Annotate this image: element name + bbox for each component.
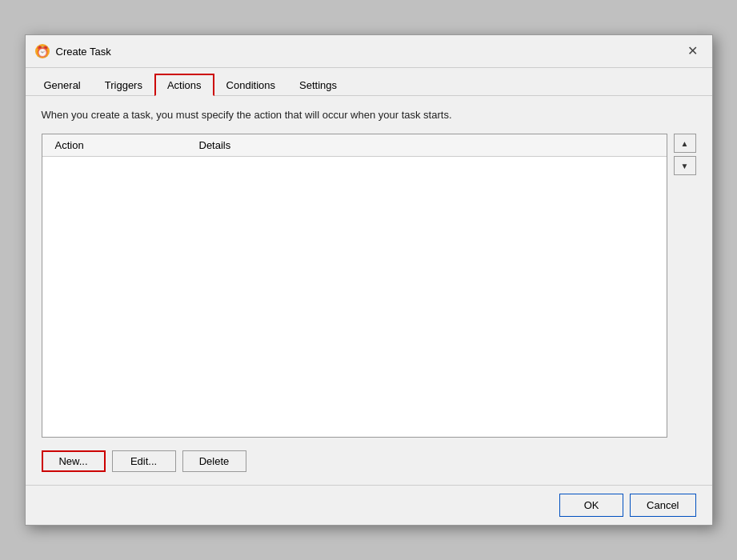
tab-settings[interactable]: Settings	[287, 74, 349, 96]
tab-actions[interactable]: Actions	[154, 74, 214, 96]
tab-conditions[interactable]: Conditions	[214, 74, 287, 96]
create-task-dialog: ⏰ Create Task ✕ General Triggers Actions…	[25, 34, 713, 526]
dialog-body: When you create a task, you must specify…	[26, 96, 712, 485]
dialog-title: Create Task	[56, 46, 111, 58]
new-button[interactable]: New...	[42, 450, 106, 472]
move-up-button[interactable]: ▲	[674, 134, 696, 153]
tabs-bar: General Triggers Actions Conditions Sett…	[26, 68, 712, 96]
action-buttons-row: New... Edit... Delete	[42, 450, 696, 472]
description-text: When you create a task, you must specify…	[42, 109, 696, 121]
dialog-footer: OK Cancel	[26, 485, 712, 525]
edit-button[interactable]: Edit...	[112, 450, 176, 472]
cancel-button[interactable]: Cancel	[630, 494, 695, 517]
close-button[interactable]: ✕	[683, 42, 703, 61]
title-bar-left: ⏰ Create Task	[35, 44, 111, 58]
table-area-wrapper: Action Details ▲ ▼	[42, 134, 696, 438]
title-bar: ⏰ Create Task ✕	[26, 35, 712, 68]
side-buttons: ▲ ▼	[674, 134, 696, 175]
column-details: Details	[193, 138, 238, 153]
tab-general[interactable]: General	[32, 74, 93, 96]
move-down-button[interactable]: ▼	[674, 156, 696, 175]
table-body	[42, 157, 667, 437]
actions-table: Action Details	[42, 134, 667, 438]
ok-button[interactable]: OK	[559, 494, 623, 517]
task-icon: ⏰	[35, 44, 50, 58]
table-header: Action Details	[42, 134, 667, 157]
column-action: Action	[49, 138, 193, 153]
tab-triggers[interactable]: Triggers	[93, 74, 154, 96]
delete-button[interactable]: Delete	[182, 450, 246, 472]
